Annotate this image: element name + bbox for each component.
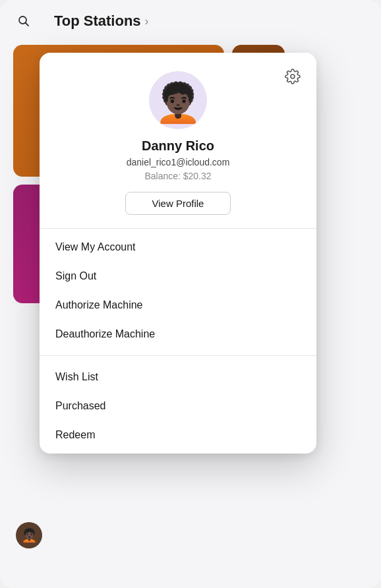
chevron-right-icon: › — [145, 15, 149, 28]
menu-section-1: View My Account Sign Out Authorize Machi… — [40, 229, 316, 353]
app-background: Top Stations › Music C A Music 🧑🏿‍🦱 — [0, 0, 381, 588]
menu-section-2: Wish List Purchased Redeem — [40, 359, 316, 454]
menu-item-deauthorize[interactable]: Deauthorize Machine — [40, 320, 316, 349]
search-button[interactable] — [13, 11, 34, 32]
menu-item-purchased[interactable]: Purchased — [40, 392, 316, 421]
settings-button[interactable] — [282, 66, 303, 87]
menu-item-authorize[interactable]: Authorize Machine — [40, 291, 316, 320]
menu-item-view-account[interactable]: View My Account — [40, 233, 316, 262]
app-header: Top Stations › — [0, 0, 381, 42]
menu-item-wish-list[interactable]: Wish List — [40, 363, 316, 392]
user-name: Danny Rico — [142, 138, 214, 154]
user-balance: Balance: $20.32 — [144, 171, 211, 181]
title-text: Top Stations — [54, 13, 141, 30]
small-avatar: 🧑🏿‍🦱 — [16, 522, 42, 548]
page-title: Top Stations › — [54, 13, 149, 30]
svg-line-1 — [26, 23, 29, 26]
menu-item-sign-out[interactable]: Sign Out — [40, 262, 316, 291]
view-profile-button[interactable]: View Profile — [125, 192, 231, 215]
menu-item-redeem[interactable]: Redeem — [40, 421, 316, 450]
avatar-emoji: 🧑🏿‍🦱 — [154, 84, 202, 122]
user-email: daniel_rico1@icloud.com — [127, 157, 230, 167]
user-dropdown: 🧑🏿‍🦱 Danny Rico daniel_rico1@icloud.com … — [40, 53, 316, 454]
divider-2 — [40, 355, 316, 356]
dropdown-header: 🧑🏿‍🦱 Danny Rico daniel_rico1@icloud.com … — [40, 53, 316, 228]
user-avatar: 🧑🏿‍🦱 — [149, 71, 207, 129]
